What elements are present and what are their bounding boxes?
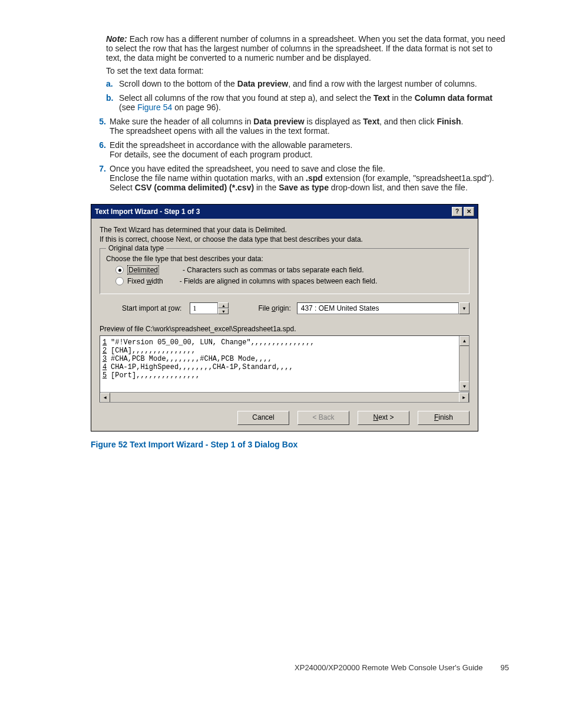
wizard-intro-1: The Text Wizard has determined that your… bbox=[100, 226, 470, 234]
choose-file-type-label: Choose the file type that best describes… bbox=[106, 255, 463, 263]
step-5-text: Make sure the header of all columns in D… bbox=[110, 117, 464, 136]
radio-on-icon bbox=[115, 266, 124, 274]
step-6-marker: 6. bbox=[87, 140, 110, 159]
delimited-desc: - Characters such as commas or tabs sepa… bbox=[183, 266, 363, 274]
preview-row: 1"#!Version 05_00_00, LUN, Change",,,,,,… bbox=[103, 338, 469, 347]
step-7-text: Once you have edited the spreadsheet, yo… bbox=[110, 164, 509, 192]
preview-box: 1"#!Version 05_00_00, LUN, Change",,,,,,… bbox=[100, 335, 470, 403]
spin-down-icon[interactable]: ▼ bbox=[218, 308, 229, 314]
footer-guide-title: XP24000/XP20000 Remote Web Console User'… bbox=[295, 663, 482, 672]
substep-b-text: Select all columns of the row that you f… bbox=[119, 93, 509, 112]
start-row-spinner[interactable]: ▲ ▼ bbox=[190, 302, 229, 314]
figure-54-link[interactable]: Figure 54 bbox=[137, 103, 172, 112]
horizontal-scrollbar[interactable]: ◄ ► bbox=[100, 392, 469, 402]
step-6: 6. Edit the spreadsheet in accordance wi… bbox=[87, 140, 509, 159]
radio-off-icon bbox=[115, 277, 124, 285]
fixed-width-label: Fixed width bbox=[127, 277, 163, 285]
fixed-width-desc: - Fields are aligned in columns with spa… bbox=[180, 277, 378, 285]
note-block: Note: Each row has a different number of… bbox=[106, 34, 509, 62]
step-6-text: Edit the spreadsheet in accordance with … bbox=[110, 140, 352, 159]
back-button: < Back bbox=[297, 411, 349, 425]
preview-row: 2[CHA],,,,,,,,,,,,,,, bbox=[103, 347, 469, 355]
scroll-right-icon[interactable]: ► bbox=[459, 393, 469, 403]
file-origin-value: 437 : OEM United States bbox=[297, 302, 459, 314]
substep-a-marker: a. bbox=[106, 79, 119, 88]
step-7-marker: 7. bbox=[87, 164, 110, 192]
step-5: 5. Make sure the header of all columns i… bbox=[87, 117, 509, 136]
scroll-left-icon[interactable]: ◄ bbox=[100, 393, 110, 403]
scroll-up-icon[interactable]: ▲ bbox=[459, 336, 470, 346]
file-origin-label: File origin: bbox=[258, 304, 290, 312]
help-button[interactable]: ? bbox=[452, 207, 462, 216]
preview-row: 5[Port],,,,,,,,,,,,,,, bbox=[103, 371, 469, 380]
page-footer: XP24000/XP20000 Remote Web Console User'… bbox=[53, 663, 509, 672]
dialog-titlebar: Text Import Wizard - Step 1 of 3 ? ✕ bbox=[91, 205, 478, 219]
finish-button[interactable]: Finish bbox=[418, 411, 470, 425]
note-text: Each row has a different number of colum… bbox=[106, 34, 505, 62]
delimited-option[interactable]: Delimited - Characters such as commas or… bbox=[115, 265, 463, 275]
wizard-intro-2: If this is correct, choose Next, or choo… bbox=[100, 235, 470, 243]
step-7: 7. Once you have edited the spreadsheet,… bbox=[87, 164, 509, 192]
fieldset-legend: Original data type bbox=[106, 244, 166, 252]
vertical-scrollbar[interactable]: ▲ ▼ bbox=[459, 336, 469, 391]
original-data-type-group: Original data type Choose the file type … bbox=[100, 248, 470, 294]
close-button[interactable]: ✕ bbox=[464, 207, 474, 216]
preview-row: 4CHA-1P,HighSpeed,,,,,,,,CHA-1P,Standard… bbox=[103, 363, 469, 371]
preview-row: 3#CHA,PCB Mode,,,,,,,,#CHA,PCB Mode,,,, bbox=[103, 355, 469, 363]
note-label: Note: bbox=[106, 34, 127, 44]
chevron-down-icon[interactable]: ▼ bbox=[459, 302, 470, 314]
substep-a-text: Scroll down to the bottom of the Data pr… bbox=[119, 79, 477, 88]
fixed-width-option[interactable]: Fixed width - Fields are aligned in colu… bbox=[115, 277, 463, 285]
substep-b-marker: b. bbox=[106, 93, 119, 112]
start-row-input[interactable] bbox=[190, 302, 218, 314]
step-5-marker: 5. bbox=[87, 117, 110, 136]
spin-up-icon[interactable]: ▲ bbox=[218, 302, 229, 308]
figure-52-caption: Figure 52 Text Import Wizard - Step 1 of… bbox=[91, 440, 509, 449]
dialog-title: Text Import Wizard - Step 1 of 3 bbox=[95, 207, 200, 216]
substep-a: a. Scroll down to the bottom of the Data… bbox=[106, 79, 509, 88]
start-row-label: Start import at row: bbox=[122, 304, 181, 312]
cancel-button[interactable]: Cancel bbox=[237, 411, 289, 425]
preview-path-label: Preview of file C:\work\spreadsheet_exce… bbox=[100, 325, 470, 333]
next-button[interactable]: Next > bbox=[358, 411, 409, 425]
scroll-down-icon[interactable]: ▼ bbox=[459, 381, 470, 391]
page-number: 95 bbox=[501, 663, 509, 672]
text-import-wizard-dialog: Text Import Wizard - Step 1 of 3 ? ✕ The… bbox=[91, 204, 478, 431]
substep-b: b. Select all columns of the row that yo… bbox=[106, 93, 509, 112]
delimited-label: Delimited bbox=[127, 265, 159, 275]
text-format-intro: To set the text data format: bbox=[106, 66, 509, 75]
file-origin-combo[interactable]: 437 : OEM United States ▼ bbox=[297, 302, 470, 314]
